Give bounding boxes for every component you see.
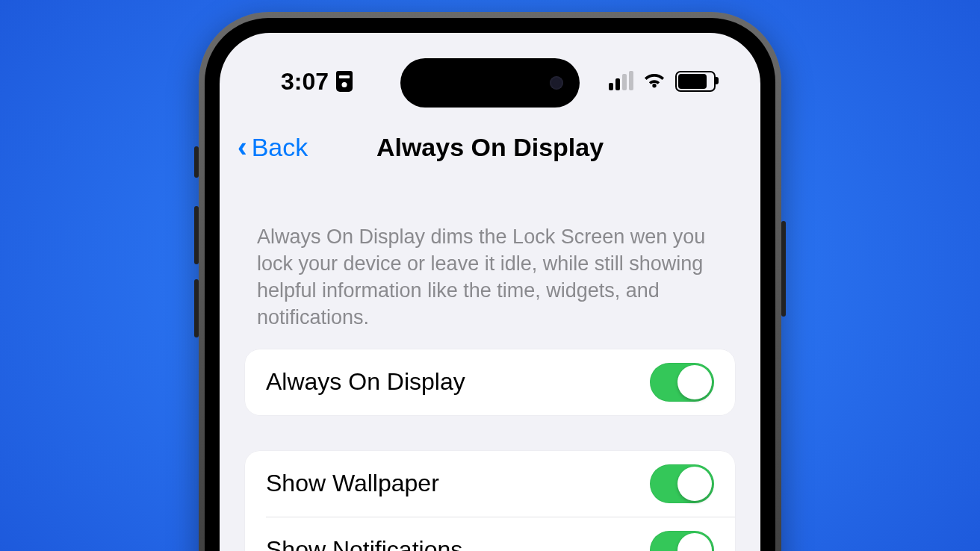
- content: Always On Display dims the Lock Screen w…: [220, 182, 760, 551]
- phone-frame: 3:07 ‹: [199, 12, 781, 551]
- row-label: Show Notifications: [266, 536, 462, 551]
- dynamic-island: [400, 58, 580, 108]
- phone-bezel: 3:07 ‹: [205, 18, 775, 551]
- power-button: [781, 221, 786, 317]
- chevron-left-icon: ‹: [238, 133, 247, 161]
- toggle-always-on-display[interactable]: [650, 363, 714, 402]
- focus-badge-icon: [336, 71, 353, 92]
- cellular-signal-icon: [609, 72, 633, 90]
- stage: 3:07 ‹: [0, 0, 980, 551]
- settings-group-options: Show Wallpaper Show Notifications: [245, 451, 735, 551]
- status-time: 3:07: [281, 68, 329, 96]
- row-show-notifications: Show Notifications: [245, 517, 735, 551]
- battery-icon: [675, 71, 716, 92]
- mute-switch: [194, 146, 199, 178]
- screen: 3:07 ‹: [220, 33, 760, 551]
- volume-up-button: [194, 206, 199, 264]
- wifi-icon: [642, 72, 666, 90]
- settings-group-main: Always On Display: [245, 349, 735, 415]
- row-label: Show Wallpaper: [266, 470, 439, 497]
- nav-bar: ‹ Back Always On Display: [220, 127, 760, 167]
- back-button[interactable]: ‹ Back: [238, 133, 308, 162]
- toggle-show-notifications[interactable]: [650, 531, 714, 551]
- row-show-wallpaper: Show Wallpaper: [245, 451, 735, 517]
- back-label: Back: [252, 133, 308, 162]
- row-always-on-display: Always On Display: [245, 349, 735, 415]
- section-description: Always On Display dims the Lock Screen w…: [245, 203, 735, 349]
- toggle-show-wallpaper[interactable]: [650, 464, 714, 503]
- volume-down-button: [194, 279, 199, 337]
- row-label: Always On Display: [266, 368, 465, 396]
